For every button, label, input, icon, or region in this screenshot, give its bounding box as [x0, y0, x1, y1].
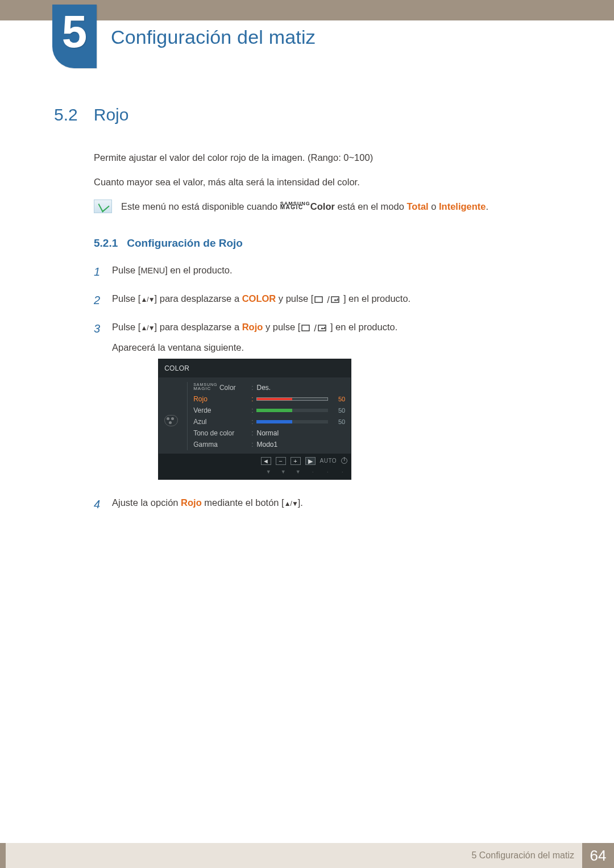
page-number: 64 — [582, 843, 614, 868]
note-row: Este menú no está disponible cuando SAMS… — [94, 200, 560, 214]
intro-p1: Permite ajustar el valor del color rojo … — [94, 151, 560, 165]
palette-icon — [164, 415, 178, 426]
up-down-icon: ▲/▼ — [140, 296, 154, 304]
section-number: 5.2 — [54, 105, 78, 124]
power-icon — [341, 458, 347, 464]
chapter-badge: 5 — [52, 5, 97, 68]
page-footer: 5 Configuración del matiz 64 — [0, 843, 614, 868]
chapter-number: 5 — [52, 5, 97, 59]
osd-azul-value: 50 — [331, 417, 345, 427]
samsung-magic-inline: SAMSUNGMAGIC — [280, 202, 310, 209]
osd-gamma-label: Gamma — [193, 439, 248, 450]
note-or: o — [429, 201, 439, 211]
osd-gamma-value: Modo1 — [256, 439, 277, 450]
step-4-num: 4 — [94, 495, 104, 514]
osd-rojo-value: 50 — [331, 394, 345, 405]
section-title: Rojo — [94, 105, 129, 124]
menu-key: MENU — [140, 266, 165, 275]
step-2: 2 Pulse [▲/▼] para desplazarse a COLOR y… — [94, 290, 560, 310]
note-color-word: Color — [310, 201, 335, 211]
note-end: . — [486, 201, 489, 211]
osd-verde-bar — [256, 409, 328, 412]
note-icon — [94, 200, 112, 213]
step-2-num: 2 — [94, 290, 104, 310]
osd-play-icon: ▶ — [305, 457, 316, 465]
osd-magic-label: SAMSUNGMAGIC Color — [193, 382, 248, 393]
osd-minus-icon: − — [276, 457, 286, 465]
note-mode-total: Total — [406, 201, 428, 211]
intro-p2: Cuanto mayor sea el valor, más alta será… — [94, 175, 560, 189]
osd-plus-icon: + — [291, 457, 301, 465]
osd-tono-label: Tono de color — [193, 427, 248, 439]
osd-rojo-label: Rojo — [193, 393, 248, 405]
osd-left-icon: ◄ — [261, 457, 271, 465]
osd-verde-label: Verde — [193, 405, 248, 416]
step-3-follow: Aparecerá la ventana siguiente. — [112, 339, 397, 355]
osd-verde-value: 50 — [331, 405, 345, 416]
note-mid: está en el modo — [335, 201, 407, 211]
osd-panel: COLOR SAMSUNGMAGIC Color : Des. Rojo : — [158, 359, 351, 480]
step-1-num: 1 — [94, 262, 104, 281]
svg-rect-0 — [315, 297, 322, 302]
step-3-num: 3 — [94, 319, 104, 338]
step-3-target: Rojo — [242, 322, 263, 332]
osd-footer: ◄ − + ▶ AUTO — [159, 454, 351, 468]
up-down-icon: ▲/▼ — [140, 324, 154, 332]
osd-magic-value: Des. — [256, 382, 271, 393]
note-text: Este menú no está disponible cuando SAMS… — [121, 200, 488, 214]
step-1: 1 Pulse [MENU] en el producto. — [94, 262, 560, 281]
step-4: 4 Ajuste la opción Rojo mediante el botó… — [94, 495, 560, 514]
osd-tono-value: Normal — [256, 427, 279, 439]
svg-rect-2 — [302, 325, 309, 331]
footer-caption: 5 Configuración del matiz — [463, 843, 582, 868]
note-pre: Este menú no está disponible cuando — [121, 201, 280, 211]
chapter-title: Configuración del matiz — [111, 26, 316, 48]
osd-footer-hints: ▼ ▼ ▼ ··· — [159, 468, 351, 479]
osd-azul-bar — [256, 420, 328, 423]
step-4-target: Rojo — [181, 497, 202, 508]
osd-rojo-bar — [256, 397, 328, 401]
osd-azul-label: Azul — [193, 416, 248, 427]
osd-auto-label: AUTO — [320, 456, 337, 466]
subsection-title: Configuración de Rojo — [127, 237, 243, 250]
step-2-target: COLOR — [242, 293, 276, 304]
note-mode-inteligente: Inteligente — [439, 201, 486, 211]
source-enter-icon: / — [301, 320, 329, 336]
source-enter-icon: / — [314, 292, 342, 308]
up-down-icon: ▲/▼ — [284, 500, 298, 508]
osd-title: COLOR — [159, 359, 351, 377]
subsection-number: 5.2.1 — [94, 237, 118, 250]
step-3: 3 Pulse [▲/▼] para desplazarse a Rojo y … — [94, 319, 560, 485]
